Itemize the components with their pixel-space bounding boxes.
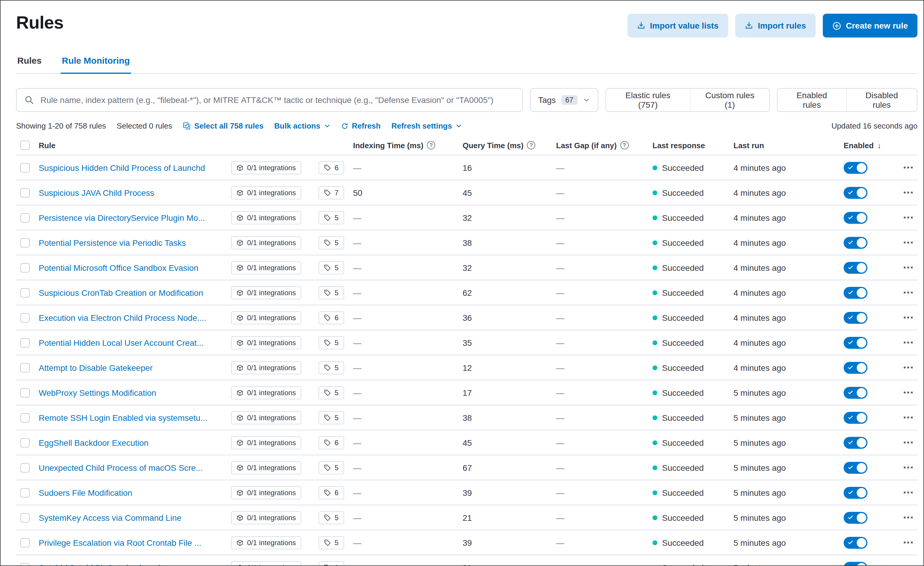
row-actions-button[interactable] (903, 392, 912, 394)
row-checkbox[interactable] (20, 413, 30, 422)
row-actions-button[interactable] (903, 217, 912, 219)
row-actions-button[interactable] (903, 167, 912, 168)
enabled-toggle[interactable] (844, 211, 867, 223)
row-actions-button[interactable] (903, 292, 912, 293)
rule-tags-badge[interactable]: 6 (318, 436, 344, 449)
tab-rule-monitoring[interactable]: Rule Monitoring (61, 53, 131, 74)
row-checkbox[interactable] (20, 463, 30, 472)
row-actions-button[interactable] (903, 192, 912, 193)
rule-name-link[interactable]: WebProxy Settings Modification (39, 388, 162, 397)
integrations-badge[interactable]: 0/1 integrations (231, 186, 301, 199)
row-actions-button[interactable] (903, 542, 912, 544)
rule-tags-badge[interactable]: 5 (318, 261, 344, 274)
integrations-badge[interactable]: 0/1 integrations (231, 461, 301, 474)
row-checkbox[interactable] (20, 213, 30, 222)
column-header-last-run[interactable]: Last run (734, 141, 844, 150)
integrations-badge[interactable]: 0/1 integrations (231, 236, 301, 249)
rule-tags-badge[interactable]: 5 (318, 511, 344, 524)
enabled-toggle[interactable] (844, 187, 867, 199)
column-header-last-gap[interactable]: Last Gap (if any)? (556, 141, 652, 150)
create-new-rule-button[interactable]: Create new rule (822, 14, 918, 37)
row-checkbox[interactable] (20, 488, 30, 497)
row-checkbox[interactable] (20, 513, 30, 522)
rule-tags-badge[interactable]: 5 (318, 536, 344, 549)
integrations-badge[interactable]: 0/1 integrations (231, 411, 301, 424)
enabled-toggle[interactable] (844, 311, 867, 323)
help-icon[interactable]: ? (527, 141, 536, 150)
row-checkbox[interactable] (20, 338, 30, 347)
row-checkbox[interactable] (20, 538, 30, 547)
row-actions-button[interactable] (903, 367, 912, 368)
rule-name-link[interactable]: Privilege Escalation via Root Crontab Fi… (39, 538, 207, 547)
rule-name-link[interactable]: Attempt to Disable Gatekeeper (39, 363, 159, 372)
help-icon[interactable]: ? (427, 141, 435, 150)
row-actions-button[interactable] (903, 416, 912, 418)
rule-name-link[interactable]: Setuid / Setgid Bit Set via chmod (39, 563, 166, 566)
filter-elastic-rules[interactable]: Elastic rules (757) (606, 89, 690, 111)
select-all-link[interactable]: Select all 758 rules (183, 121, 264, 130)
row-checkbox[interactable] (20, 163, 30, 172)
integrations-badge[interactable]: 0/1 integrations (231, 336, 301, 349)
filter-custom-rules[interactable]: Custom rules (1) (690, 89, 769, 111)
rule-tags-badge[interactable]: 5 (318, 236, 344, 249)
filter-disabled-rules[interactable]: Disabled rules (846, 89, 917, 111)
enabled-toggle[interactable] (844, 487, 867, 499)
row-checkbox[interactable] (20, 563, 30, 566)
integrations-badge[interactable]: 0/1 integrations (231, 486, 301, 499)
integrations-badge[interactable]: 0/1 integrations (231, 511, 301, 524)
enabled-toggle[interactable] (844, 437, 867, 448)
row-checkbox[interactable] (20, 238, 30, 247)
rule-tags-badge[interactable]: 5 (318, 211, 344, 224)
select-all-checkbox[interactable] (20, 141, 30, 150)
rule-tags-badge[interactable]: 5 (318, 411, 344, 424)
rule-name-link[interactable]: Unexpected Child Process of macOS Scre..… (39, 463, 208, 472)
enabled-toggle[interactable] (844, 237, 867, 249)
rule-name-link[interactable]: Potential Microsoft Office Sandbox Evasi… (39, 263, 204, 272)
rule-name-link[interactable]: Sudoers File Modification (39, 488, 138, 497)
rule-tags-badge[interactable]: 5 (318, 286, 344, 299)
enabled-toggle[interactable] (844, 162, 867, 174)
import-value-lists-button[interactable]: Import value lists (627, 14, 728, 37)
help-icon[interactable]: ? (620, 141, 629, 150)
integrations-badge[interactable]: 0/1 integrations (231, 161, 301, 174)
rule-name-link[interactable]: Suspicious CronTab Creation or Modificat… (39, 288, 209, 297)
row-checkbox[interactable] (20, 388, 30, 397)
rule-tags-badge[interactable]: 6 (318, 161, 344, 174)
row-checkbox[interactable] (20, 188, 30, 197)
tags-filter-button[interactable]: Tags 67 (530, 88, 598, 112)
enabled-toggle[interactable] (844, 362, 867, 373)
rule-name-link[interactable]: Potential Hidden Local User Account Crea… (39, 338, 210, 347)
integrations-badge[interactable]: 0/1 integrations (231, 536, 301, 549)
enabled-toggle[interactable] (844, 287, 867, 298)
rule-name-link[interactable]: SystemKey Access via Command Line (39, 513, 187, 522)
rule-tags-badge[interactable]: 5 (318, 461, 344, 474)
rule-name-link[interactable]: Persistence via DirectoryService Plugin … (39, 213, 211, 222)
row-actions-button[interactable] (903, 267, 912, 268)
row-checkbox[interactable] (20, 288, 30, 297)
row-checkbox[interactable] (20, 313, 30, 322)
enabled-toggle[interactable] (844, 262, 867, 274)
integrations-badge[interactable]: 0/1 integrations (231, 561, 301, 566)
column-header-query-time[interactable]: Query Time (ms)? (463, 141, 556, 150)
bulk-actions-button[interactable]: Bulk actions (274, 121, 330, 130)
refresh-settings-button[interactable]: Refresh settings (392, 121, 462, 130)
integrations-badge[interactable]: 0/1 integrations (231, 261, 301, 274)
integrations-badge[interactable]: 0/1 integrations (231, 436, 301, 449)
refresh-button[interactable]: Refresh (341, 121, 381, 130)
rule-tags-badge[interactable]: 5 (318, 336, 344, 349)
integrations-badge[interactable]: 0/1 integrations (231, 211, 301, 224)
row-actions-button[interactable] (903, 467, 912, 469)
enabled-toggle[interactable] (844, 512, 867, 523)
rule-tags-badge[interactable]: 6 (318, 561, 344, 566)
rule-name-link[interactable]: Suspicious JAVA Child Process (39, 188, 160, 197)
enabled-toggle[interactable] (844, 461, 867, 473)
enabled-toggle[interactable] (844, 536, 867, 548)
filter-enabled-rules[interactable]: Enabled rules (777, 89, 846, 111)
rule-tags-badge[interactable]: 6 (318, 311, 344, 324)
import-rules-button[interactable]: Import rules (735, 14, 816, 37)
rule-name-link[interactable]: Potential Persistence via Periodic Tasks (39, 238, 192, 247)
rule-tags-badge[interactable]: 6 (318, 486, 344, 499)
enabled-toggle[interactable] (844, 562, 867, 566)
rules-search-input[interactable] (39, 94, 514, 105)
rule-name-link[interactable]: Remote SSH Login Enabled via systemsetu.… (39, 413, 213, 422)
